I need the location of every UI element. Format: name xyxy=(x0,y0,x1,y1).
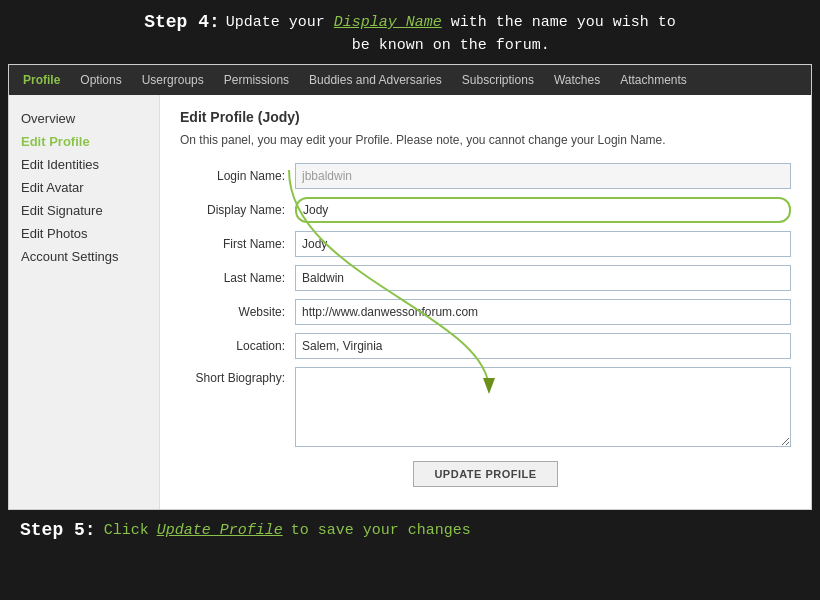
last-name-label: Last Name: xyxy=(180,271,295,285)
sidebar-item-edit-identities[interactable]: Edit Identities xyxy=(19,153,149,176)
tab-permissions[interactable]: Permissions xyxy=(214,67,299,93)
sidebar-item-account-settings[interactable]: Account Settings xyxy=(19,245,149,268)
update-profile-button[interactable]: UPDATE PROFILE xyxy=(413,461,557,487)
bio-input[interactable] xyxy=(295,367,791,447)
form-row-login: Login Name: xyxy=(180,163,791,189)
main-panel: Edit Profile (Jody) On this panel, you m… xyxy=(159,95,811,509)
sidebar-item-edit-signature[interactable]: Edit Signature xyxy=(19,199,149,222)
form-row-bio: Short Biography: xyxy=(180,367,791,447)
form-row-location: Location: xyxy=(180,333,791,359)
top-banner: Step 4: Update your Display Name with th… xyxy=(0,0,820,64)
step4-text-line2: be known on the forum. xyxy=(352,37,550,54)
tab-usergroups[interactable]: Usergroups xyxy=(132,67,214,93)
form-row-display: Display Name: xyxy=(180,197,791,223)
content-wrapper: Overview Edit Profile Edit Identities Ed… xyxy=(9,95,811,509)
display-name-highlight: Display Name xyxy=(334,14,442,31)
sidebar-item-edit-profile[interactable]: Edit Profile xyxy=(19,130,149,153)
sidebar-item-overview[interactable]: Overview xyxy=(19,107,149,130)
tab-subscriptions[interactable]: Subscriptions xyxy=(452,67,544,93)
step5-text-before: Click xyxy=(104,522,149,539)
sidebar: Overview Edit Profile Edit Identities Ed… xyxy=(9,95,159,509)
sidebar-item-edit-avatar[interactable]: Edit Avatar xyxy=(19,176,149,199)
step4-text-after: with the name you wish to xyxy=(442,14,676,31)
display-name-label: Display Name: xyxy=(180,203,295,217)
bio-label: Short Biography: xyxy=(180,367,295,385)
location-input[interactable] xyxy=(295,333,791,359)
panel-title: Edit Profile (Jody) xyxy=(180,109,791,125)
tab-attachments[interactable]: Attachments xyxy=(610,67,697,93)
tab-watches[interactable]: Watches xyxy=(544,67,610,93)
website-input[interactable] xyxy=(295,299,791,325)
first-name-label: First Name: xyxy=(180,237,295,251)
sidebar-item-edit-photos[interactable]: Edit Photos xyxy=(19,222,149,245)
login-name-label: Login Name: xyxy=(180,169,295,183)
bottom-banner: Step 5: Click Update Profile to save you… xyxy=(0,510,820,550)
nav-tabs: Profile Options Usergroups Permissions B… xyxy=(9,65,811,95)
location-label: Location: xyxy=(180,339,295,353)
display-name-input[interactable] xyxy=(295,197,791,223)
tab-buddies[interactable]: Buddies and Adversaries xyxy=(299,67,452,93)
main-area: Profile Options Usergroups Permissions B… xyxy=(8,64,812,510)
form-row-first: First Name: xyxy=(180,231,791,257)
step4-instruction: Update your Display Name with the name y… xyxy=(226,10,676,56)
tab-profile[interactable]: Profile xyxy=(13,67,70,93)
tab-options[interactable]: Options xyxy=(70,67,131,93)
step5-text-after: to save your changes xyxy=(291,522,471,539)
step4-label: Step 4: xyxy=(144,10,220,35)
panel-description: On this panel, you may edit your Profile… xyxy=(180,133,791,147)
update-profile-highlight: Update Profile xyxy=(157,522,283,539)
website-label: Website: xyxy=(180,305,295,319)
step5-label: Step 5: xyxy=(20,520,96,540)
step4-text-before: Update your xyxy=(226,14,334,31)
first-name-input[interactable] xyxy=(295,231,791,257)
last-name-input[interactable] xyxy=(295,265,791,291)
form-row-last: Last Name: xyxy=(180,265,791,291)
form-row-website: Website: xyxy=(180,299,791,325)
login-name-input xyxy=(295,163,791,189)
